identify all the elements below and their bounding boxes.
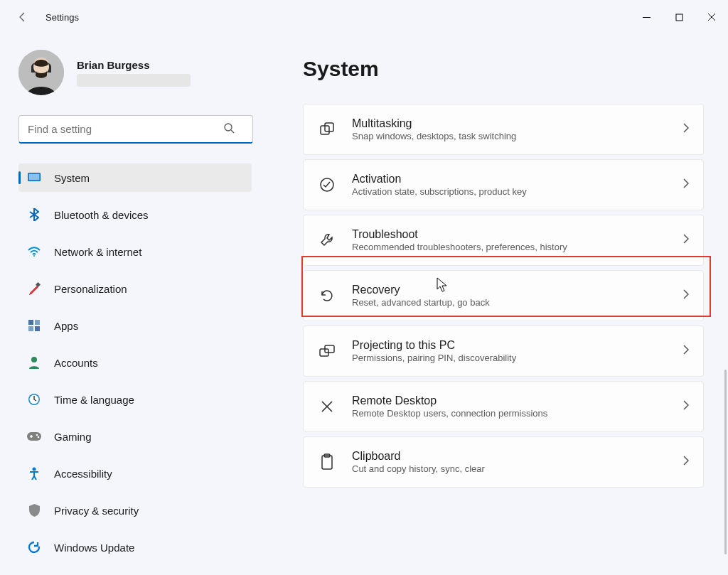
card-activation[interactable]: ActivationActivation state, subscription…	[303, 159, 704, 210]
grid-icon	[27, 318, 41, 333]
sidebar-item-accounts[interactable]: Accounts	[18, 348, 252, 377]
sidebar-item-personalization[interactable]: Personalization	[18, 274, 252, 303]
card-recovery[interactable]: RecoveryReset, advanced startup, go back	[303, 270, 704, 321]
wrench-icon	[318, 231, 336, 249]
search-input[interactable]	[18, 115, 253, 144]
sidebar-item-label: Accessibility	[54, 468, 112, 480]
search-icon	[223, 122, 235, 136]
maximize-button[interactable]	[663, 4, 695, 31]
arrow-left-icon	[17, 11, 28, 23]
profile-name: Brian Burgess	[77, 59, 191, 71]
svg-point-13	[31, 357, 37, 362]
sidebar-item-label: Accounts	[54, 357, 98, 369]
settings-cards: MultitaskingSnap windows, desktops, task…	[303, 104, 704, 488]
close-button[interactable]	[695, 4, 728, 31]
svg-point-17	[36, 434, 38, 436]
back-button[interactable]	[10, 4, 36, 30]
sidebar-item-label: Bluetooth & devices	[54, 209, 149, 221]
sidebar-item-apps[interactable]: Apps	[18, 311, 252, 340]
wifi-icon	[27, 244, 41, 259]
card-title: Activation	[352, 172, 682, 186]
brush-icon	[27, 281, 41, 296]
main-content: System MultitaskingSnap windows, desktop…	[264, 34, 728, 575]
svg-point-7	[33, 255, 35, 257]
svg-rect-16	[27, 432, 41, 441]
remote-icon	[318, 397, 336, 416]
card-body: ActivationActivation state, subscription…	[352, 172, 682, 198]
shield-icon	[27, 503, 41, 517]
search-wrap	[18, 115, 252, 144]
sidebar-item-time[interactable]: Time & language	[18, 385, 252, 414]
window-title: Settings	[46, 12, 79, 23]
svg-rect-10	[35, 320, 40, 325]
svg-rect-11	[28, 326, 33, 331]
scrollbar-thumb[interactable]	[724, 370, 727, 554]
svg-point-4	[225, 124, 232, 131]
avatar	[18, 50, 64, 95]
sidebar-item-label: System	[54, 172, 90, 184]
card-subtitle: Cut and copy history, sync, clear	[352, 463, 682, 475]
profile-block[interactable]: Brian Burgess	[18, 50, 252, 95]
card-title: Projecting to this PC	[352, 338, 682, 353]
chevron-right-icon	[682, 345, 689, 358]
chevron-right-icon	[682, 234, 689, 247]
card-subtitle: Permissions, pairing PIN, discoverabilit…	[352, 353, 682, 365]
card-subtitle: Reset, advanced startup, go back	[352, 297, 682, 309]
card-title: Clipboard	[352, 449, 682, 463]
gamepad-icon	[27, 429, 41, 444]
card-body: RecoveryReset, advanced startup, go back	[352, 283, 682, 309]
maximize-icon	[675, 14, 683, 21]
card-title: Recovery	[352, 283, 682, 297]
svg-rect-9	[28, 320, 33, 325]
svg-point-19	[33, 468, 36, 471]
nav-list: SystemBluetooth & devicesNetwork & inter…	[18, 163, 252, 570]
sidebar-item-label: Gaming	[54, 431, 92, 443]
card-body: Projecting to this PCPermissions, pairin…	[352, 338, 682, 365]
card-projecting[interactable]: Projecting to this PCPermissions, pairin…	[303, 326, 704, 377]
multitask-icon	[318, 120, 336, 139]
card-body: ClipboardCut and copy history, sync, cle…	[352, 449, 682, 475]
card-subtitle: Remote Desktop users, connection permiss…	[352, 408, 682, 420]
minimize-button[interactable]	[630, 4, 663, 31]
card-body: Remote DesktopRemote Desktop users, conn…	[352, 394, 682, 420]
access-icon	[27, 466, 41, 480]
bluetooth-icon	[27, 208, 41, 222]
card-multitasking[interactable]: MultitaskingSnap windows, desktops, task…	[303, 104, 704, 155]
sidebar-item-accessibility[interactable]: Accessibility	[18, 459, 252, 488]
chevron-right-icon	[682, 400, 689, 413]
card-title: Troubleshoot	[352, 227, 682, 242]
display-icon	[27, 171, 41, 185]
check-icon	[318, 176, 336, 194]
sidebar-item-label: Network & internet	[54, 246, 141, 258]
svg-rect-6	[29, 174, 40, 181]
sidebar-item-label: Personalization	[54, 283, 127, 295]
svg-rect-0	[676, 14, 682, 21]
svg-rect-8	[36, 282, 41, 287]
card-body: MultitaskingSnap windows, desktops, task…	[352, 117, 682, 143]
chevron-right-icon	[682, 456, 689, 468]
minimize-icon	[643, 14, 651, 21]
card-remotedesktop[interactable]: Remote DesktopRemote Desktop users, conn…	[303, 381, 704, 432]
person-icon	[27, 355, 41, 370]
card-troubleshoot[interactable]: TroubleshootRecommended troubleshooters,…	[303, 215, 704, 266]
titlebar: Settings	[0, 0, 728, 34]
sidebar-item-update[interactable]: Windows Update	[18, 533, 252, 561]
sidebar-item-label: Windows Update	[54, 542, 134, 554]
sidebar-item-gaming[interactable]: Gaming	[18, 422, 252, 451]
card-clipboard[interactable]: ClipboardCut and copy history, sync, cle…	[303, 436, 704, 488]
sidebar-item-label: Apps	[54, 320, 78, 332]
sidebar-item-label: Privacy & security	[54, 505, 139, 517]
close-icon	[707, 13, 716, 21]
sidebar: Brian Burgess SystemBluetooth & devicesN…	[0, 34, 264, 575]
sidebar-item-system[interactable]: System	[18, 163, 252, 192]
update-icon	[27, 540, 41, 554]
chevron-right-icon	[682, 289, 689, 302]
sidebar-item-network[interactable]: Network & internet	[18, 237, 252, 266]
clipboard-icon	[318, 453, 336, 471]
recovery-icon	[318, 286, 336, 305]
profile-email-redacted	[77, 74, 191, 87]
svg-rect-25	[322, 456, 332, 469]
sidebar-item-bluetooth[interactable]: Bluetooth & devices	[18, 200, 252, 229]
sidebar-item-privacy[interactable]: Privacy & security	[18, 496, 252, 525]
card-title: Remote Desktop	[352, 394, 682, 408]
